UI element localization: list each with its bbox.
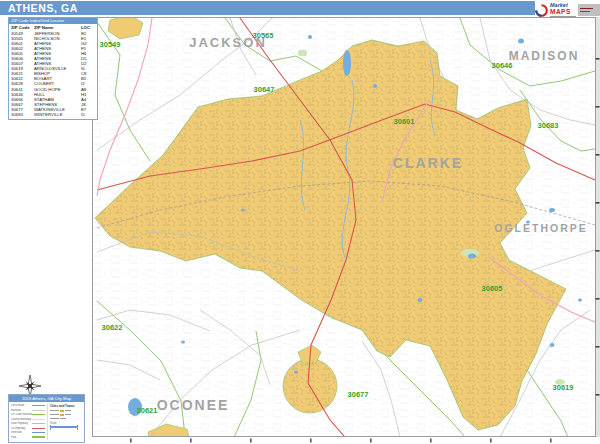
legend-item-sample (32, 423, 45, 424)
legend-scale-bar (50, 426, 78, 428)
zip-label-30647: 30647 (254, 85, 275, 94)
zip-table: ZIP Code ZIP Name LOC 30549 JEFFERSON B1… (9, 24, 97, 119)
legend-item-label: County Boundary (11, 418, 32, 421)
county-label-clarke: CLARKE (393, 155, 463, 171)
legend-item-sample (32, 405, 45, 406)
zip-code-cell: 30683 (11, 112, 34, 117)
legend-item: Park (11, 435, 47, 440)
county-label-madison: MADISON (509, 49, 580, 63)
zip-label-30621: 30621 (137, 406, 158, 415)
legend-title: 2016 Athens, GA City Map (9, 395, 84, 402)
table-row: 30683 WINTERVILLE I5 (11, 112, 95, 117)
zip-label-30601: 30601 (394, 117, 415, 126)
legend-cities-header: Cities and Towns (50, 404, 82, 408)
legend-cities-column: Cities and Towns Scale (47, 404, 82, 440)
county-label-oconee: OCONEE (157, 397, 230, 413)
zip-label-30549: 30549 (100, 40, 121, 49)
legend-city-row (50, 417, 82, 421)
zip-index-panel: ZIP Code Index/Grid Locator ZIP Code ZIP… (8, 17, 98, 120)
legend-item-label: State Highway (11, 422, 32, 425)
map-page: ATHENS, GA Market MAPS ZIP Code Index/Gr… (0, 0, 600, 444)
legend-item-sample (32, 428, 45, 429)
county-label-oglethorpe: OGLETHORPE (494, 222, 588, 234)
legend-item-sample (32, 432, 45, 433)
zip-label-30605: 30605 (482, 284, 503, 293)
zip-label-30565: 30565 (253, 31, 274, 40)
zip-label-30646: 30646 (492, 61, 513, 70)
legend-item-label: Interstate (11, 431, 32, 434)
legend-item-sample (32, 436, 45, 438)
zip-label-30683: 30683 (538, 121, 559, 130)
zip-label-30619: 30619 (553, 383, 574, 392)
legend-item-sample (32, 410, 45, 411)
map-legend: 2016 Athens, GA City Map Local Road Rail… (8, 394, 85, 443)
zip-name-cell: WINTERVILLE (34, 112, 81, 117)
legend-item-sample (32, 419, 45, 420)
legend-item-sample (32, 414, 45, 415)
legend-item-label: Park (11, 436, 32, 439)
legend-item-label: US Highway (11, 427, 32, 430)
legend-item-label: Railroad (11, 409, 32, 412)
legend-item-label: ZIP Code Boundary (11, 413, 32, 416)
legend-symbol-list: Local Road Railroad ZIP Code Boundary Co… (11, 404, 47, 440)
zip-label-30677: 30677 (348, 390, 369, 399)
legend-item-label: Local Road (11, 404, 32, 407)
zip-table-body: 30549 JEFFERSON B1 30565 NICHOLSON E1 30… (11, 31, 95, 117)
zip-label-30622: 30622 (102, 323, 123, 332)
grid-loc-cell: I5 (81, 112, 93, 117)
